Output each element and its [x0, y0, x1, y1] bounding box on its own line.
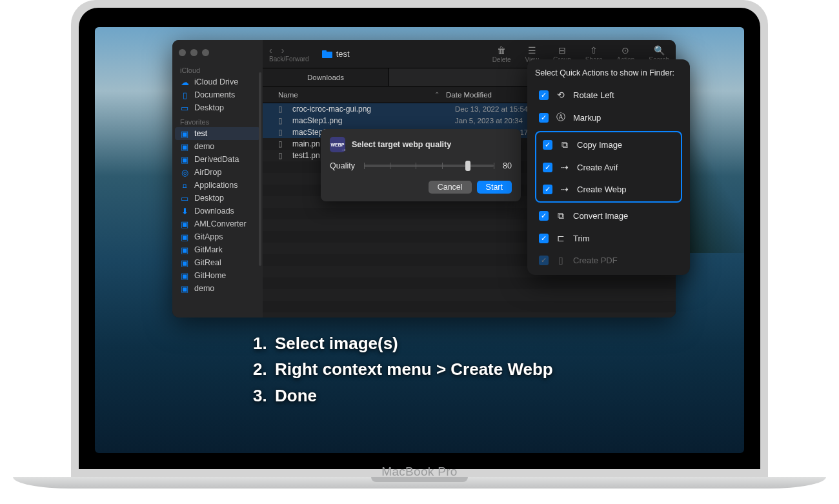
sidebar-item[interactable]: ▣DerivedData — [172, 153, 263, 166]
sidebar-item[interactable]: ▣AMLConverter — [172, 217, 263, 230]
trash-icon: 🗑 — [497, 45, 506, 55]
close-icon[interactable] — [179, 49, 186, 56]
sidebar-item[interactable]: ▣demo — [172, 140, 263, 153]
quick-action-item[interactable]: ✓⧉Convert Image — [535, 205, 682, 227]
finder-tab[interactable]: Downloads — [263, 68, 389, 86]
file-date: Jan 5, 2023 at 20:34 — [455, 117, 523, 125]
sort-caret-icon[interactable]: ⌃ — [434, 91, 446, 98]
quick-action-item[interactable]: ✓⊏Trim — [535, 227, 682, 249]
webp-quality-dialog: WEBP Select target webp quality Quality — [321, 129, 521, 201]
quality-slider[interactable] — [364, 165, 494, 167]
quick-action-label: Convert Image — [573, 211, 628, 221]
checkbox-icon[interactable]: ✓ — [543, 163, 552, 172]
sidebar-item[interactable]: ☁iCloud Drive — [172, 76, 263, 88]
quick-action-label: Create Webp — [577, 185, 626, 194]
checkbox-icon[interactable]: ✓ — [539, 211, 549, 221]
traffic-lights[interactable] — [172, 45, 263, 63]
sidebar-item[interactable]: ▣GitHome — [172, 269, 263, 282]
sidebar-item-label: test — [194, 129, 207, 138]
minimize-icon[interactable] — [190, 49, 197, 56]
file-icon: ▯ — [278, 139, 287, 148]
toolbar-delete[interactable]: 🗑Delete — [492, 45, 511, 63]
dialog-title: Select target webp quality — [352, 140, 451, 149]
sidebar-scrollbar[interactable] — [259, 72, 261, 266]
folder-icon: ▣ — [180, 142, 189, 151]
file-date: Dec 13, 2022 at 15:54 — [455, 105, 528, 113]
action-icon: ▯ — [555, 255, 567, 265]
file-name: macStep1.png — [292, 116, 455, 125]
sidebar-item-label: demo — [194, 142, 214, 151]
file-icon: ▯ — [278, 105, 287, 114]
quick-action-item[interactable]: ✓ⒶMarkup — [535, 106, 682, 129]
sidebar-item[interactable]: ▭Desktop — [172, 101, 263, 114]
quick-actions-popover: Select Quick Actions to show in Finder: … — [527, 59, 690, 275]
sidebar-item-label: GitApps — [194, 232, 223, 241]
checkbox-icon[interactable]: ✓ — [539, 234, 549, 243]
sidebar-item[interactable]: ◎AirDrop — [172, 166, 263, 179]
screen: iCloud ☁iCloud Drive▯Documents▭Desktop F… — [95, 27, 744, 453]
quick-action-label: Create Avif — [577, 163, 618, 172]
sidebar-item[interactable]: ▣test — [175, 127, 260, 140]
cloud-icon: ☁ — [180, 77, 189, 86]
sidebar-item[interactable]: ▣demo — [172, 282, 263, 295]
sidebar-item-label: Documents — [194, 90, 235, 99]
sidebar-item[interactable]: ▯Documents — [172, 88, 263, 101]
start-button[interactable]: Start — [477, 181, 512, 194]
sidebar-item[interactable]: ▣GitApps — [172, 230, 263, 243]
file-icon: ▯ — [278, 116, 287, 125]
forward-icon[interactable]: › — [281, 45, 285, 55]
sidebar-item[interactable]: ▣GitReal — [172, 256, 263, 269]
instruction-overlay: 1.Select image(s)2.Right context menu > … — [253, 330, 553, 408]
desktop-icon: ▭ — [180, 103, 189, 112]
file-name: croc-icroc-mac-gui.png — [292, 105, 455, 114]
instruction-step: 1.Select image(s) — [253, 330, 553, 356]
checkbox-icon[interactable]: ✓ — [539, 256, 549, 265]
sidebar-item[interactable]: ▣GitMark — [172, 243, 263, 256]
checkbox-icon[interactable]: ✓ — [539, 113, 549, 123]
group-icon: ⊟ — [558, 45, 566, 55]
path-location[interactable]: test — [322, 49, 350, 59]
folder-icon: ▣ — [180, 155, 189, 164]
sidebar-item-label: GitReal — [194, 258, 221, 267]
checkbox-icon[interactable]: ✓ — [543, 140, 552, 150]
quick-action-item[interactable]: ✓⧉Copy Image — [539, 134, 678, 156]
quick-action-item[interactable]: ✓⇢Create Webp — [539, 178, 678, 200]
quick-action-item[interactable]: ✓⇢Create Avif — [539, 156, 678, 178]
svg-rect-1 — [322, 50, 327, 53]
quality-label: Quality — [330, 161, 355, 170]
sidebar-group-favorites: Favorites — [172, 114, 263, 127]
search-icon: 🔍 — [654, 45, 665, 55]
sidebar-item[interactable]: ⬇Downloads — [172, 205, 263, 217]
quality-value: 80 — [503, 161, 512, 170]
quick-action-label: Copy Image — [577, 140, 622, 150]
finder-sidebar: iCloud ☁iCloud Drive▯Documents▭Desktop F… — [172, 40, 263, 318]
column-name[interactable]: Name — [278, 91, 298, 99]
sidebar-item-label: Downloads — [194, 207, 234, 216]
back-icon[interactable]: ‹ — [269, 45, 272, 55]
nav-back-forward[interactable]: ‹ › Back/Forward — [269, 45, 309, 63]
sidebar-item-label: demo — [194, 284, 214, 293]
cancel-button[interactable]: Cancel — [429, 181, 472, 194]
folder-icon: ▣ — [180, 258, 189, 267]
folder-icon — [322, 50, 332, 58]
sidebar-item-label: AirDrop — [194, 168, 221, 177]
action-icon: ⧉ — [555, 210, 567, 221]
sidebar-item[interactable]: ⩍Applications — [172, 179, 263, 192]
quick-action-label: Markup — [573, 113, 601, 123]
laptop-frame: iCloud ☁iCloud Drive▯Documents▭Desktop F… — [71, 0, 768, 489]
quick-action-item[interactable]: ✓⟲Rotate Left — [535, 84, 682, 106]
action-icon: ⇢ — [559, 162, 571, 172]
sidebar-item-label: DerivedData — [194, 155, 239, 164]
checkbox-icon[interactable]: ✓ — [539, 90, 549, 100]
maximize-icon[interactable] — [202, 49, 209, 56]
sidebar-item-label: Desktop — [194, 194, 224, 203]
folder-icon: ▣ — [180, 129, 189, 138]
file-icon: ▯ — [278, 128, 287, 137]
folder-icon: ▣ — [180, 232, 189, 241]
instruction-step: 2.Right context menu > Create Webp — [253, 356, 553, 382]
checkbox-icon[interactable]: ✓ — [543, 185, 552, 194]
quick-action-item[interactable]: ✓▯Create PDF — [535, 249, 682, 271]
sidebar-item[interactable]: ▭Desktop — [172, 192, 263, 205]
instruction-step: 3.Done — [253, 383, 553, 408]
folder-icon: ▣ — [180, 219, 189, 228]
